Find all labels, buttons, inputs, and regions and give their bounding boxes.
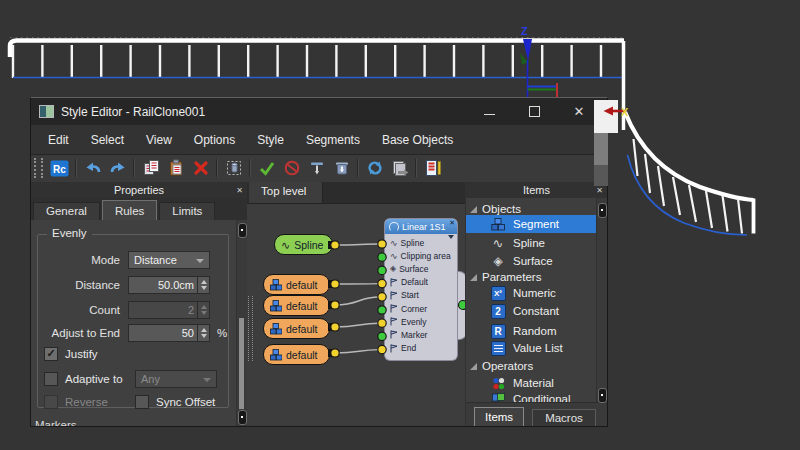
flag-icon <box>390 304 398 313</box>
port-in-spline[interactable] <box>378 240 386 248</box>
scrollbar-thumb[interactable] <box>239 318 244 409</box>
default-node-4[interactable]: default <box>263 344 330 365</box>
splitter-grip[interactable] <box>248 296 253 361</box>
import-bin-button[interactable] <box>329 157 354 179</box>
items-scrollbar[interactable] <box>596 198 607 426</box>
group-expand-icon[interactable] <box>470 206 477 213</box>
linear-generator-node[interactable]: Linear 1S1 ✕ ∿Spline ∿Clipping area ◈Sur… <box>385 219 457 360</box>
tab-general[interactable]: General <box>33 202 100 220</box>
distance-spinner[interactable]: 50.0cm <box>128 276 210 294</box>
adjust-to-end-value: 50 <box>129 325 197 341</box>
port-in-corner[interactable] <box>378 306 386 314</box>
delete-button[interactable] <box>188 157 213 179</box>
tab-items[interactable]: Items <box>474 407 524 426</box>
port-in-evenly[interactable] <box>378 319 386 327</box>
adaptive-checkbox[interactable] <box>44 372 58 386</box>
redo-button[interactable] <box>105 157 130 179</box>
copy-icon <box>142 159 160 177</box>
tab-macros[interactable]: Macros <box>532 409 596 426</box>
wire <box>335 244 379 245</box>
close-button[interactable]: ✕ <box>572 105 586 119</box>
port-out-spline[interactable] <box>331 241 339 249</box>
scroll-pill-top[interactable] <box>238 223 247 238</box>
paste-button[interactable] <box>163 157 188 179</box>
node-collapse-icon[interactable] <box>448 235 454 239</box>
copy-button[interactable] <box>138 157 163 179</box>
toolbar-separator <box>249 159 251 177</box>
linear-node-header[interactable]: Linear 1S1 ✕ <box>385 219 457 234</box>
properties-scrollbar[interactable] <box>236 220 247 426</box>
menu-select[interactable]: Select <box>80 133 135 147</box>
item-segment[interactable]: Segment <box>466 215 598 233</box>
notes-button[interactable] <box>420 157 445 179</box>
apply-check-button[interactable] <box>254 157 279 179</box>
port-out-default-1[interactable] <box>331 280 339 288</box>
item-value-list[interactable]: Value List <box>466 339 598 357</box>
adjust-to-end-spinner[interactable]: 50 <box>128 324 210 342</box>
sync-offset-checkbox[interactable] <box>135 395 149 409</box>
spline-slot-icon: ∿ <box>390 238 398 248</box>
default-node-3[interactable]: default <box>263 318 330 339</box>
spinner-arrows-icon[interactable] <box>197 277 209 293</box>
port-out-default-3[interactable] <box>331 323 339 331</box>
item-random[interactable]: R Random <box>466 322 598 340</box>
menu-view[interactable]: View <box>135 133 183 147</box>
port-in-start[interactable] <box>378 293 386 301</box>
item-material-label: Material <box>513 377 554 389</box>
menu-style[interactable]: Style <box>246 133 295 147</box>
spinner-arrows-icon <box>197 302 209 318</box>
port-generator-output[interactable] <box>459 301 466 310</box>
port-in-surface[interactable] <box>378 266 386 274</box>
spinner-arrows-icon[interactable] <box>197 325 209 341</box>
discard-button[interactable] <box>279 157 304 179</box>
item-constant[interactable]: 2 Constant <box>466 302 598 320</box>
select-marquee-button[interactable] <box>221 157 246 179</box>
ui-fragment-light <box>594 100 618 133</box>
port-in-clipping-area[interactable] <box>378 253 386 261</box>
port-out-default-4[interactable] <box>331 349 339 357</box>
spline-node[interactable]: ∿ Spline <box>274 234 333 255</box>
gizmo-z-arrow <box>523 39 532 61</box>
mode-select[interactable]: Distance <box>128 251 210 269</box>
default-node-label: default <box>286 349 318 361</box>
menu-base-objects[interactable]: Base Objects <box>371 133 464 147</box>
tab-limits[interactable]: Limits <box>159 202 215 220</box>
default-node-1[interactable]: default <box>263 274 330 295</box>
item-spline[interactable]: ∿ Spline <box>466 234 598 252</box>
scroll-pill-bottom[interactable] <box>238 410 247 425</box>
scroll-pill-bottom[interactable] <box>598 388 607 403</box>
port-in-end[interactable] <box>378 345 386 353</box>
item-numeric[interactable]: X² Numeric <box>466 284 598 302</box>
properties-close-icon[interactable]: ✕ <box>236 183 243 199</box>
port-in-default[interactable] <box>378 279 386 287</box>
next-section-label: Markers <box>35 419 77 426</box>
item-constant-label: Constant <box>513 305 559 317</box>
properties-header: Properties ✕ <box>31 182 247 198</box>
undo-button[interactable] <box>80 157 105 179</box>
tab-top-level[interactable]: Top level <box>249 182 323 203</box>
group-expand-icon[interactable] <box>470 363 477 370</box>
mode-label: Mode <box>42 254 128 266</box>
maximize-button[interactable] <box>527 105 541 119</box>
refresh-button[interactable] <box>362 157 387 179</box>
group-expand-icon[interactable] <box>470 274 477 281</box>
group-operators[interactable]: Operators <box>466 357 598 375</box>
minimize-button[interactable] <box>482 105 496 119</box>
menu-edit[interactable]: Edit <box>37 133 80 147</box>
count-row: Count 2 <box>42 300 224 320</box>
menu-segments[interactable]: Segments <box>295 133 371 147</box>
import-pin-button[interactable] <box>304 157 329 179</box>
port-in-marker[interactable] <box>378 332 386 340</box>
scroll-pill-top[interactable] <box>598 203 607 218</box>
export-style-button[interactable] <box>387 157 412 179</box>
default-node-2[interactable]: default <box>263 295 330 316</box>
port-out-default-2[interactable] <box>331 301 339 309</box>
tab-rules[interactable]: Rules <box>102 200 157 220</box>
menu-options[interactable]: Options <box>183 133 246 147</box>
toolbar-grip[interactable] <box>34 158 43 178</box>
count-value: 2 <box>129 302 197 318</box>
justify-checkbox[interactable]: ✓ <box>44 347 58 361</box>
node-canvas[interactable]: ∿ Spline default <box>247 203 465 426</box>
railclone-logo-button[interactable]: Rc <box>47 157 72 179</box>
node-close-icon[interactable]: ✕ <box>449 219 455 227</box>
